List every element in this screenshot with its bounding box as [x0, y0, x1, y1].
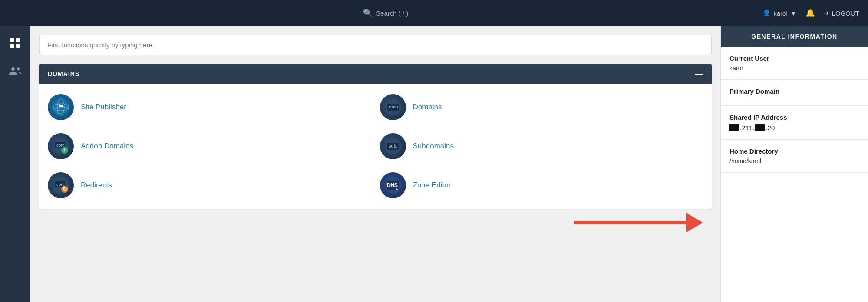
svg-point-4	[11, 67, 15, 71]
logout-icon: ➔	[824, 9, 829, 17]
zone-editor-label: Zone Editor	[413, 181, 451, 190]
addon-domains-icon: .com +	[48, 133, 74, 159]
svg-text:.com: .com	[388, 105, 398, 109]
arrow-decoration	[39, 213, 712, 232]
search-label: Search ( / )	[376, 10, 408, 17]
bell-icon: 🔔	[805, 9, 815, 17]
site-publisher-label: Site Publisher	[81, 103, 126, 112]
top-navigation: 🔍 Search ( / ) 👤 karol ▼ 🔔 ➔ LOGOUT	[0, 0, 868, 26]
username-label: karol	[773, 10, 788, 17]
main-layout: DOMAINS —	[0, 26, 868, 302]
domains-item[interactable]: .com Domains	[380, 94, 703, 120]
shared-ip-row: Shared IP Address .211. .20	[721, 106, 868, 140]
current-user-row: Current User karol	[721, 47, 868, 80]
redirects-icon: .com ↻	[48, 172, 74, 198]
addon-domains-label: Addon Domains	[81, 142, 133, 151]
zone-editor-icon: DNS	[380, 172, 406, 198]
svg-text:↻: ↻	[62, 186, 67, 193]
grid-icon	[10, 37, 21, 49]
arrow-head	[686, 213, 703, 232]
redirects-label: Redirects	[81, 181, 112, 190]
site-publisher-svg	[51, 98, 70, 117]
panel-minimize-button[interactable]: —	[695, 70, 703, 78]
zone-editor-svg: DNS	[383, 176, 403, 195]
shared-ip-label: Shared IP Address	[729, 114, 859, 121]
subdomains-icon: sub.	[380, 133, 406, 159]
main-content: DOMAINS —	[30, 26, 720, 302]
domains-panel: DOMAINS —	[39, 64, 712, 209]
svg-rect-3	[16, 44, 20, 48]
sidebar-item-users[interactable]	[5, 62, 26, 81]
home-directory-value: /home/karol	[729, 158, 859, 164]
subdomains-label: Subdomains	[413, 142, 454, 151]
svg-point-5	[17, 68, 20, 71]
red-arrow	[574, 213, 703, 232]
svg-rect-2	[10, 44, 14, 48]
user-menu[interactable]: 👤 karol ▼	[762, 9, 796, 17]
ip-redacted-2	[755, 124, 765, 131]
zone-editor-item[interactable]: DNS Zone Editor	[380, 172, 703, 198]
ip-part-2: .20	[766, 124, 775, 131]
sidebar-item-dashboard[interactable]	[5, 33, 25, 53]
site-publisher-icon	[48, 94, 74, 120]
user-icon: 👤	[762, 9, 771, 17]
subdomains-item[interactable]: sub. Subdomains	[380, 133, 703, 159]
svg-text:sub.: sub.	[388, 144, 397, 148]
ip-redacted-1	[729, 124, 739, 131]
chevron-down-icon: ▼	[790, 10, 797, 17]
redirects-item[interactable]: .com ↻ Redirects	[48, 172, 371, 198]
logout-label: LOGOUT	[832, 10, 859, 17]
primary-domain-label: Primary Domain	[729, 88, 859, 95]
shared-ip-value: .211. .20	[729, 124, 859, 131]
general-info-header: GENERAL INFORMATION	[721, 26, 868, 47]
search-bar-top[interactable]: 🔍 Search ( / )	[356, 5, 415, 21]
subdomains-svg: sub.	[383, 137, 403, 156]
arrow-line	[574, 221, 686, 224]
svg-text:+: +	[63, 147, 66, 153]
function-search-input[interactable]	[39, 35, 712, 55]
current-user-label: Current User	[729, 55, 859, 62]
notifications-button[interactable]: 🔔	[805, 8, 815, 18]
primary-domain-row: Primary Domain	[721, 80, 868, 106]
search-icon: 🔍	[363, 8, 373, 18]
addon-domains-item[interactable]: .com + Addon Domains	[48, 133, 371, 159]
domains-panel-header: DOMAINS —	[39, 64, 712, 84]
users-icon	[9, 66, 21, 76]
sidebar	[0, 26, 30, 302]
domains-panel-body: Site Publisher .com Domains	[39, 84, 712, 209]
logout-button[interactable]: ➔ LOGOUT	[824, 9, 859, 17]
domains-icon: .com	[380, 94, 406, 120]
svg-text:DNS: DNS	[386, 182, 398, 188]
domains-panel-title: DOMAINS	[48, 70, 79, 77]
svg-rect-1	[16, 38, 20, 42]
domains-svg: .com	[383, 98, 403, 117]
general-info-title: GENERAL INFORMATION	[751, 33, 837, 40]
home-directory-label: Home Directory	[729, 148, 859, 155]
current-user-value: karol	[729, 65, 859, 72]
site-publisher-item[interactable]: Site Publisher	[48, 94, 371, 120]
right-panel: GENERAL INFORMATION Current User karol P…	[720, 26, 868, 302]
ip-part-1: .211.	[740, 124, 754, 131]
domains-label: Domains	[413, 103, 442, 112]
redirects-svg: .com ↻	[51, 176, 70, 195]
addon-domains-svg: .com +	[51, 137, 70, 156]
svg-rect-0	[10, 38, 14, 42]
home-directory-row: Home Directory /home/karol	[721, 140, 868, 173]
